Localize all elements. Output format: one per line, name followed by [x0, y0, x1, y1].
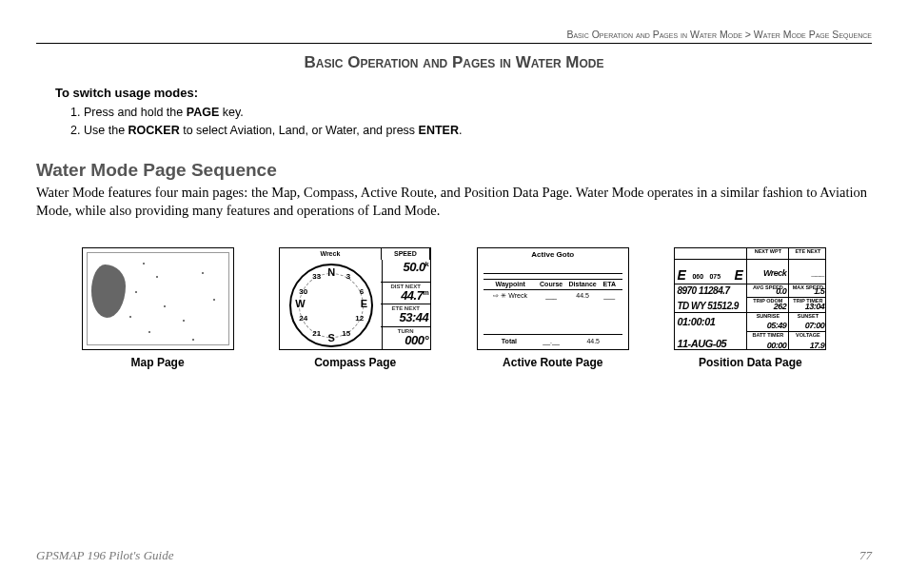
- instructions-list: Press and hold the PAGE key. Use the ROC…: [84, 104, 872, 141]
- compass-page-card: Wreck SPEED N E S W 33 3 6 12 15 21 24 3…: [279, 247, 431, 369]
- position-screen: NEXT WPT ETE NEXT E 060 075 E Wreck ___ …: [674, 247, 826, 350]
- route-title: Active Goto: [478, 251, 628, 259]
- map-screen: [82, 247, 234, 350]
- instructions-heading: To switch usage modes:: [55, 86, 872, 100]
- section-heading: Water Mode Page Sequence: [36, 160, 872, 181]
- route-caption: Active Route Page: [477, 356, 629, 369]
- compass-screen: Wreck SPEED N E S W 33 3 6 12 15 21 24 3…: [279, 247, 431, 350]
- footer-guide: GPSMAP 196 Pilot's Guide: [36, 548, 173, 563]
- compass-header: Wreck SPEED: [280, 248, 430, 260]
- header-rule: [36, 43, 872, 44]
- coastline-icon: [91, 265, 126, 318]
- instruction-step-1: Press and hold the PAGE key.: [84, 104, 872, 122]
- map-canvas: [87, 252, 229, 345]
- compass-data-column: 50.0k DIST NEXT 44.7m ETE NEXT 53:44 TUR…: [381, 260, 430, 349]
- instructions-block: To switch usage modes: Press and hold th…: [55, 86, 872, 141]
- active-route-card: Active Goto Waypoint Course Distance ETA…: [477, 247, 629, 369]
- section-body: Water Mode features four main pages: the…: [36, 184, 872, 221]
- position-data-card: NEXT WPT ETE NEXT E 060 075 E Wreck ___ …: [674, 247, 826, 369]
- position-grid: NEXT WPT ETE NEXT E 060 075 E Wreck ___ …: [675, 248, 825, 349]
- page-title: Basic Operation and Pages in Water Mode: [36, 53, 872, 72]
- breadcrumb-page: Water Mode Page Sequence: [754, 29, 872, 40]
- heading-tape: E 060 075 E: [675, 260, 747, 284]
- footer-page-number: 77: [859, 548, 872, 563]
- active-route-screen: Active Goto Waypoint Course Distance ETA…: [477, 247, 629, 350]
- pages-row: Map Page Wreck SPEED N E S W 33 3 6 12 1…: [36, 247, 872, 369]
- route-columns: Waypoint Course Distance ETA: [484, 279, 622, 290]
- route-name-field: [484, 263, 622, 274]
- breadcrumb: Basic Operation and Pages in Water Mode …: [36, 29, 872, 43]
- page-footer: GPSMAP 196 Pilot's Guide 77: [36, 548, 872, 563]
- position-caption: Position Data Page: [674, 356, 826, 369]
- map-page-card: Map Page: [82, 247, 234, 369]
- compass-dial-icon: N E S W 33 3 6 12 15 21 24 30: [289, 264, 373, 347]
- map-caption: Map Page: [82, 356, 234, 369]
- breadcrumb-section: Basic Operation and Pages in Water Mode: [566, 29, 742, 40]
- instruction-step-2: Use the ROCKER to select Aviation, Land,…: [84, 122, 872, 140]
- compass-caption: Compass Page: [279, 356, 431, 369]
- route-total: Total __.__ 44.5: [484, 334, 622, 345]
- compass-dial-area: N E S W 33 3 6 12 15 21 24 30: [280, 260, 383, 349]
- route-row: ⇨ ✳ Wreck ___ 44.5 ___: [484, 292, 622, 299]
